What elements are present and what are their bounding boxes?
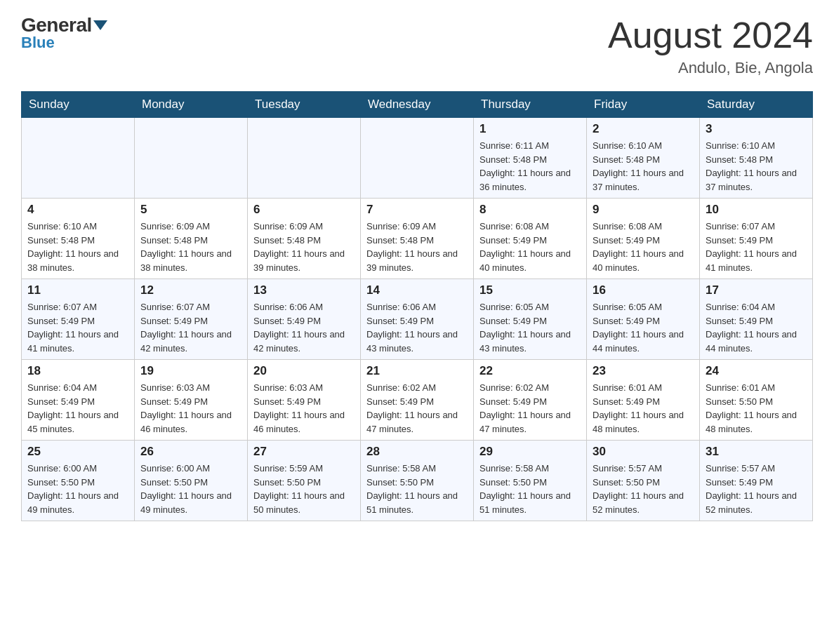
day-info: Sunrise: 6:06 AM Sunset: 5:49 PM Dayligh… [366, 300, 468, 355]
day-info: Sunrise: 6:00 AM Sunset: 5:50 PM Dayligh… [140, 462, 241, 516]
header-cell-tuesday: Tuesday [248, 92, 361, 118]
month-year-title: August 2024 [608, 14, 813, 56]
header-cell-saturday: Saturday [700, 92, 813, 118]
day-info: Sunrise: 6:11 AM Sunset: 5:48 PM Dayligh… [479, 139, 581, 194]
day-number: 10 [706, 203, 807, 217]
day-cell: 2Sunrise: 6:10 AM Sunset: 5:48 PM Daylig… [587, 118, 700, 199]
day-info: Sunrise: 6:08 AM Sunset: 5:49 PM Dayligh… [593, 220, 694, 274]
day-number: 7 [366, 203, 468, 217]
day-cell: 11Sunrise: 6:07 AM Sunset: 5:49 PM Dayli… [22, 279, 135, 360]
location-subtitle: Andulo, Bie, Angola [608, 59, 813, 77]
day-info: Sunrise: 5:58 AM Sunset: 5:50 PM Dayligh… [366, 462, 468, 516]
day-number: 19 [140, 364, 241, 378]
calendar-body: 1Sunrise: 6:11 AM Sunset: 5:48 PM Daylig… [22, 118, 813, 521]
calendar-header: SundayMondayTuesdayWednesdayThursdayFrid… [22, 92, 813, 118]
day-info: Sunrise: 6:10 AM Sunset: 5:48 PM Dayligh… [706, 139, 807, 194]
day-info: Sunrise: 6:05 AM Sunset: 5:49 PM Dayligh… [593, 300, 694, 355]
header-cell-friday: Friday [587, 92, 700, 118]
day-number: 23 [593, 364, 694, 378]
day-cell: 13Sunrise: 6:06 AM Sunset: 5:49 PM Dayli… [248, 279, 361, 360]
day-number: 12 [140, 283, 241, 297]
day-number: 1 [479, 122, 581, 136]
day-number: 31 [706, 445, 807, 459]
day-cell: 9Sunrise: 6:08 AM Sunset: 5:49 PM Daylig… [587, 199, 700, 279]
day-number: 20 [253, 364, 355, 378]
day-number: 25 [27, 445, 128, 459]
day-info: Sunrise: 6:07 AM Sunset: 5:49 PM Dayligh… [140, 300, 241, 355]
day-info: Sunrise: 6:06 AM Sunset: 5:49 PM Dayligh… [253, 300, 355, 355]
day-info: Sunrise: 6:09 AM Sunset: 5:48 PM Dayligh… [140, 220, 241, 274]
day-number: 16 [593, 283, 694, 297]
day-cell: 24Sunrise: 6:01 AM Sunset: 5:50 PM Dayli… [700, 360, 813, 441]
day-cell: 18Sunrise: 6:04 AM Sunset: 5:49 PM Dayli… [22, 360, 135, 441]
header-cell-wednesday: Wednesday [361, 92, 474, 118]
day-cell [135, 118, 248, 199]
day-info: Sunrise: 6:09 AM Sunset: 5:48 PM Dayligh… [366, 220, 468, 274]
title-block: August 2024 Andulo, Bie, Angola [608, 14, 813, 77]
day-number: 3 [706, 122, 807, 136]
day-info: Sunrise: 6:00 AM Sunset: 5:50 PM Dayligh… [27, 462, 128, 516]
day-number: 15 [479, 283, 581, 297]
header-cell-thursday: Thursday [474, 92, 587, 118]
page-header: General Blue August 2024 Andulo, Bie, An… [21, 14, 813, 77]
day-info: Sunrise: 6:08 AM Sunset: 5:49 PM Dayligh… [479, 220, 581, 274]
day-cell: 21Sunrise: 6:02 AM Sunset: 5:49 PM Dayli… [361, 360, 474, 441]
logo: General Blue [21, 14, 107, 52]
day-info: Sunrise: 6:01 AM Sunset: 5:49 PM Dayligh… [593, 381, 694, 436]
day-cell: 25Sunrise: 6:00 AM Sunset: 5:50 PM Dayli… [22, 441, 135, 521]
day-info: Sunrise: 6:04 AM Sunset: 5:49 PM Dayligh… [706, 300, 807, 355]
day-cell: 20Sunrise: 6:03 AM Sunset: 5:49 PM Dayli… [248, 360, 361, 441]
day-cell: 5Sunrise: 6:09 AM Sunset: 5:48 PM Daylig… [135, 199, 248, 279]
day-number: 14 [366, 283, 468, 297]
day-info: Sunrise: 5:58 AM Sunset: 5:50 PM Dayligh… [479, 462, 581, 516]
day-info: Sunrise: 5:57 AM Sunset: 5:49 PM Dayligh… [706, 462, 807, 516]
day-cell [22, 118, 135, 199]
day-cell: 23Sunrise: 6:01 AM Sunset: 5:49 PM Dayli… [587, 360, 700, 441]
day-number: 9 [593, 203, 694, 217]
day-cell: 14Sunrise: 6:06 AM Sunset: 5:49 PM Dayli… [361, 279, 474, 360]
day-cell: 1Sunrise: 6:11 AM Sunset: 5:48 PM Daylig… [474, 118, 587, 199]
day-cell: 16Sunrise: 6:05 AM Sunset: 5:49 PM Dayli… [587, 279, 700, 360]
day-cell: 17Sunrise: 6:04 AM Sunset: 5:49 PM Dayli… [700, 279, 813, 360]
day-cell: 3Sunrise: 6:10 AM Sunset: 5:48 PM Daylig… [700, 118, 813, 199]
day-info: Sunrise: 6:02 AM Sunset: 5:49 PM Dayligh… [479, 381, 581, 436]
day-info: Sunrise: 5:57 AM Sunset: 5:50 PM Dayligh… [593, 462, 694, 516]
day-number: 11 [27, 283, 128, 297]
day-info: Sunrise: 6:07 AM Sunset: 5:49 PM Dayligh… [27, 300, 128, 355]
day-cell: 6Sunrise: 6:09 AM Sunset: 5:48 PM Daylig… [248, 199, 361, 279]
header-cell-monday: Monday [135, 92, 248, 118]
header-cell-sunday: Sunday [22, 92, 135, 118]
day-number: 17 [706, 283, 807, 297]
day-number: 13 [253, 283, 355, 297]
day-cell: 12Sunrise: 6:07 AM Sunset: 5:49 PM Dayli… [135, 279, 248, 360]
day-number: 28 [366, 445, 468, 459]
day-info: Sunrise: 6:01 AM Sunset: 5:50 PM Dayligh… [706, 381, 807, 436]
day-cell: 28Sunrise: 5:58 AM Sunset: 5:50 PM Dayli… [361, 441, 474, 521]
day-cell: 4Sunrise: 6:10 AM Sunset: 5:48 PM Daylig… [22, 199, 135, 279]
day-number: 6 [253, 203, 355, 217]
day-info: Sunrise: 6:09 AM Sunset: 5:48 PM Dayligh… [253, 220, 355, 274]
day-cell: 30Sunrise: 5:57 AM Sunset: 5:50 PM Dayli… [587, 441, 700, 521]
day-info: Sunrise: 6:05 AM Sunset: 5:49 PM Dayligh… [479, 300, 581, 355]
day-cell: 22Sunrise: 6:02 AM Sunset: 5:49 PM Dayli… [474, 360, 587, 441]
day-number: 4 [27, 203, 128, 217]
day-cell: 31Sunrise: 5:57 AM Sunset: 5:49 PM Dayli… [700, 441, 813, 521]
header-row: SundayMondayTuesdayWednesdayThursdayFrid… [22, 92, 813, 118]
day-number: 26 [140, 445, 241, 459]
day-info: Sunrise: 6:04 AM Sunset: 5:49 PM Dayligh… [27, 381, 128, 436]
week-row-1: 1Sunrise: 6:11 AM Sunset: 5:48 PM Daylig… [22, 118, 813, 199]
day-number: 30 [593, 445, 694, 459]
day-number: 18 [27, 364, 128, 378]
week-row-4: 18Sunrise: 6:04 AM Sunset: 5:49 PM Dayli… [22, 360, 813, 441]
day-cell: 26Sunrise: 6:00 AM Sunset: 5:50 PM Dayli… [135, 441, 248, 521]
day-info: Sunrise: 6:07 AM Sunset: 5:49 PM Dayligh… [706, 220, 807, 274]
day-number: 24 [706, 364, 807, 378]
day-info: Sunrise: 6:10 AM Sunset: 5:48 PM Dayligh… [27, 220, 128, 274]
day-info: Sunrise: 6:02 AM Sunset: 5:49 PM Dayligh… [366, 381, 468, 436]
day-cell: 15Sunrise: 6:05 AM Sunset: 5:49 PM Dayli… [474, 279, 587, 360]
day-info: Sunrise: 6:03 AM Sunset: 5:49 PM Dayligh… [253, 381, 355, 436]
week-row-2: 4Sunrise: 6:10 AM Sunset: 5:48 PM Daylig… [22, 199, 813, 279]
day-cell [361, 118, 474, 199]
day-info: Sunrise: 6:03 AM Sunset: 5:49 PM Dayligh… [140, 381, 241, 436]
week-row-5: 25Sunrise: 6:00 AM Sunset: 5:50 PM Dayli… [22, 441, 813, 521]
